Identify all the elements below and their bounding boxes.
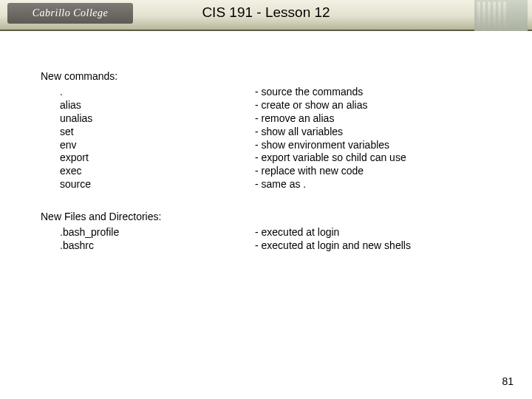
- pillars-decoration: [474, 0, 528, 31]
- slide: Cabrillo College CIS 191 - Lesson 12 New…: [0, 0, 532, 399]
- cmd: source: [60, 178, 255, 191]
- pillar-icon: [503, 1, 506, 30]
- file-descriptions-col: - executed at login - executed at login …: [255, 226, 510, 253]
- cmd: alias: [60, 99, 255, 112]
- commands-list: . alias unalias set env export exec sour…: [41, 86, 510, 191]
- desc: - remove an alias: [255, 112, 510, 126]
- pillar-icon: [498, 1, 501, 30]
- cmd: .: [60, 86, 255, 99]
- pillar-icon: [488, 1, 491, 30]
- spacer: [41, 191, 510, 211]
- cmd: unalias: [60, 112, 255, 126]
- files-list: .bash_profile .bashrc - executed at logi…: [41, 226, 510, 253]
- desc: - export variable so child can use: [255, 151, 510, 165]
- commands-col: . alias unalias set env export exec sour…: [41, 86, 255, 191]
- section-title-commands: New commands:: [41, 70, 510, 83]
- section-title-files: New Files and Directories:: [41, 211, 510, 224]
- pillar-icon: [493, 1, 496, 30]
- descriptions-col: - source the commands - create or show a…: [255, 86, 510, 191]
- slide-body: New commands: . alias unalias set env ex…: [41, 70, 510, 377]
- files-col: .bash_profile .bashrc: [41, 226, 255, 253]
- header-band: Cabrillo College CIS 191 - Lesson 12: [0, 0, 532, 31]
- desc: - show all variables: [255, 126, 510, 139]
- desc: - replace with new code: [255, 165, 510, 178]
- pillar-icon: [482, 1, 485, 30]
- cmd: export: [60, 151, 255, 165]
- desc: - executed at login: [255, 226, 510, 239]
- cmd: exec: [60, 165, 255, 178]
- desc: - executed at login and new shells: [255, 239, 510, 253]
- desc: - source the commands: [255, 86, 510, 99]
- desc: - create or show an alias: [255, 99, 510, 112]
- pillar-icon: [477, 1, 480, 30]
- file: .bash_profile: [60, 226, 255, 239]
- slide-title: CIS 191 - Lesson 12: [0, 4, 532, 21]
- desc: - show environment variables: [255, 139, 510, 152]
- desc: - same as .: [255, 178, 510, 191]
- cmd: env: [60, 139, 255, 152]
- file: .bashrc: [60, 239, 255, 253]
- cmd: set: [60, 126, 255, 139]
- page-number: 81: [502, 375, 514, 387]
